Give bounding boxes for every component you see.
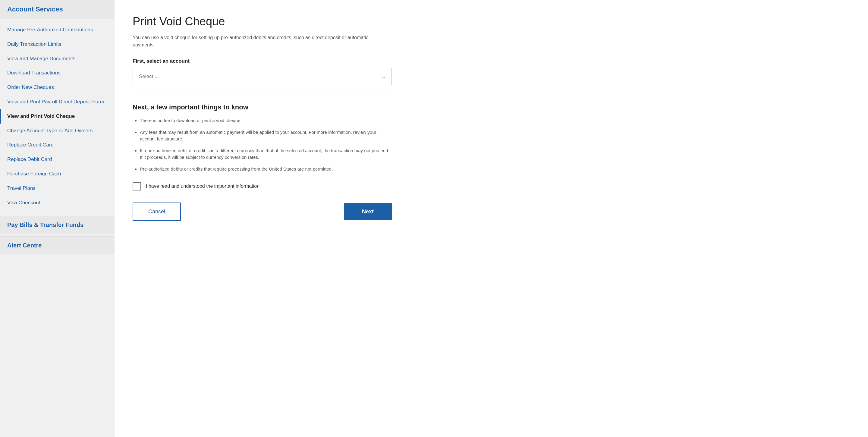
sidebar: Account Services Manage Pre-Authorized C… <box>0 0 115 437</box>
sidebar-nav-link[interactable]: View and Print Payroll Direct Deposit Fo… <box>0 95 115 109</box>
sidebar-nav-item: Daily Transaction Limits <box>0 37 115 52</box>
buttons-row: Cancel Next <box>133 202 392 221</box>
sidebar-nav-item: View and Print Void Cheque <box>0 109 115 124</box>
page-wrapper: Account Services Manage Pre-Authorized C… <box>0 0 868 437</box>
cancel-button[interactable]: Cancel <box>133 202 181 221</box>
info-list-item: Pre-authorized debits or credits that re… <box>140 166 392 173</box>
sidebar-nav-item: Order New Cheques <box>0 80 115 95</box>
sidebar-nav-item: Travel Plans <box>0 181 115 196</box>
sidebar-nav-link[interactable]: Download Transactions <box>0 66 115 80</box>
sidebar-nav-item: Replace Debit Card <box>0 152 115 167</box>
sidebar-alert-centre-header[interactable]: Alert Centre <box>0 236 115 254</box>
info-list-item: There is no fee to download or print a v… <box>140 117 392 124</box>
sidebar-nav-item: Manage Pre-Authorized Contributions <box>0 23 115 37</box>
info-list-item: Any fees that may result from an automat… <box>140 129 392 143</box>
sidebar-nav-item: Purchase Foreign Cash <box>0 167 115 181</box>
info-box-title: Next, a few important things to know <box>133 103 392 111</box>
sidebar-nav-item: View and Print Payroll Direct Deposit Fo… <box>0 95 115 109</box>
acknowledge-checkbox[interactable] <box>133 182 141 190</box>
sidebar-nav-link[interactable]: Replace Credit Card <box>0 138 115 152</box>
acknowledge-checkbox-label[interactable]: I have read and understood the important… <box>146 184 259 189</box>
select-label: First, select an account <box>133 58 850 64</box>
main-content: Print Void Cheque You can use a void che… <box>115 0 868 437</box>
sidebar-nav-link[interactable]: View and Print Void Cheque <box>1 109 115 124</box>
sidebar-nav-item: View and Manage Documents <box>0 52 115 66</box>
page-description: You can use a void cheque for setting up… <box>133 34 374 49</box>
account-select-wrapper: Select ... ⌄ <box>133 68 392 85</box>
sidebar-nav-link[interactable]: Travel Plans <box>0 181 115 196</box>
sidebar-nav-link[interactable]: Order New Cheques <box>0 80 115 95</box>
sidebar-nav: Manage Pre-Authorized ContributionsDaily… <box>0 19 115 213</box>
sidebar-nav-link[interactable]: View and Manage Documents <box>0 52 115 66</box>
sidebar-nav-link[interactable]: Replace Debit Card <box>0 152 115 167</box>
info-list-item: If a pre-authorized debit or credit is i… <box>140 147 392 161</box>
sidebar-pay-bills-header[interactable]: Pay Bills & Transfer Funds <box>0 216 115 234</box>
info-list: There is no fee to download or print a v… <box>133 117 392 173</box>
checkbox-row: I have read and understood the important… <box>133 182 850 190</box>
sidebar-nav-item: Download Transactions <box>0 66 115 80</box>
page-title: Print Void Cheque <box>133 15 850 28</box>
sidebar-nav-link[interactable]: Visa Checkout <box>0 196 115 210</box>
info-box: Next, a few important things to know The… <box>133 95 392 173</box>
next-button[interactable]: Next <box>344 203 392 220</box>
sidebar-nav-link[interactable]: Manage Pre-Authorized Contributions <box>0 23 115 37</box>
sidebar-nav-link[interactable]: Purchase Foreign Cash <box>0 167 115 181</box>
account-select[interactable]: Select ... <box>133 68 392 85</box>
sidebar-nav-item: Replace Credit Card <box>0 138 115 152</box>
sidebar-account-services-header: Account Services <box>0 0 115 19</box>
sidebar-nav-link[interactable]: Daily Transaction Limits <box>0 37 115 52</box>
sidebar-nav-item: Visa Checkout <box>0 196 115 210</box>
sidebar-nav-item: Change Account Type or Add Owners <box>0 124 115 138</box>
sidebar-nav-link[interactable]: Change Account Type or Add Owners <box>0 124 115 138</box>
